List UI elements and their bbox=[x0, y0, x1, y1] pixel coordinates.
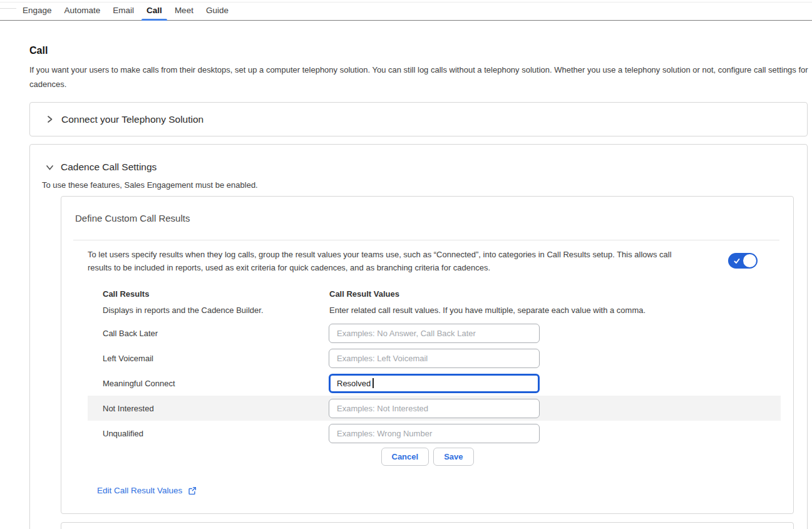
card-title: Define Custom Call Results bbox=[75, 213, 190, 223]
toggle-knob bbox=[743, 254, 756, 267]
external-link-icon bbox=[188, 486, 197, 495]
section-connect-telephony[interactable]: Connect your Telephony Solution bbox=[29, 102, 808, 136]
call-results-table: Call Back Later Left Voicemail Meaningfu… bbox=[88, 321, 781, 446]
cadence-section-header[interactable]: Cadence Call Settings bbox=[46, 162, 157, 173]
call-results-toggle[interactable] bbox=[728, 253, 758, 269]
meaningful-connect-values-input[interactable] bbox=[329, 374, 540, 393]
cadence-section-subtitle: To use these features, Sales Engagement … bbox=[42, 180, 258, 190]
save-button[interactable]: Save bbox=[433, 448, 473, 466]
cancel-button[interactable]: Cancel bbox=[381, 448, 429, 466]
table-row-left-voicemail: Left Voicemail bbox=[88, 346, 781, 371]
chevron-down-icon bbox=[46, 163, 54, 172]
table-row-unqualified: Unqualified bbox=[88, 421, 781, 446]
table-row-not-interested: Not Interested bbox=[88, 396, 781, 421]
row-label: Not Interested bbox=[103, 404, 329, 413]
row-label: Left Voicemail bbox=[103, 354, 329, 363]
column-header-call-result-values: Call Result Values bbox=[329, 289, 399, 299]
define-custom-call-results-card: Define Custom Call Results To let users … bbox=[61, 196, 794, 514]
column-caption-call-results: Displays in reports and the Cadence Buil… bbox=[103, 306, 264, 315]
check-icon bbox=[733, 257, 741, 265]
unqualified-values-input[interactable] bbox=[329, 424, 540, 443]
text-cursor bbox=[373, 378, 374, 388]
tab-automate[interactable]: Automate bbox=[58, 0, 107, 20]
section-title: Cadence Call Settings bbox=[61, 162, 157, 173]
left-voicemail-values-input[interactable] bbox=[329, 349, 540, 368]
form-actions: Cancel Save bbox=[381, 448, 473, 466]
tab-bar: Engage Automate Email Call Meet Guide bbox=[0, 0, 812, 21]
tab-call[interactable]: Call bbox=[140, 0, 168, 20]
section-title: Connect your Telephony Solution bbox=[61, 114, 203, 125]
section-cadence-call-settings: Cadence Call Settings To use these featu… bbox=[29, 144, 808, 529]
tab-email[interactable]: Email bbox=[106, 0, 140, 20]
table-row-call-back-later: Call Back Later bbox=[88, 321, 781, 346]
card-description: To let users specify results when they l… bbox=[88, 248, 679, 274]
row-label: Meaningful Connect bbox=[103, 379, 329, 388]
edit-call-result-values-link[interactable]: Edit Call Result Values bbox=[97, 486, 197, 495]
table-row-meaningful-connect: Meaningful Connect bbox=[88, 371, 781, 396]
row-label: Unqualified bbox=[103, 429, 329, 438]
not-interested-values-input[interactable] bbox=[329, 399, 540, 418]
page-title: Call bbox=[29, 45, 48, 56]
chevron-right-icon bbox=[46, 115, 54, 123]
row-label: Call Back Later bbox=[103, 329, 329, 338]
tab-engage[interactable]: Engage bbox=[16, 0, 58, 20]
call-back-later-values-input[interactable] bbox=[329, 324, 540, 343]
tab-guide[interactable]: Guide bbox=[200, 0, 235, 20]
page-description: If you want your users to make calls fro… bbox=[29, 63, 809, 91]
card-divider bbox=[73, 240, 779, 240]
column-caption-call-result-values: Enter related call result values. If you… bbox=[329, 306, 645, 315]
tab-meet[interactable]: Meet bbox=[168, 0, 200, 20]
next-settings-card-partial bbox=[61, 522, 794, 529]
edit-link-label: Edit Call Result Values bbox=[97, 486, 182, 495]
column-header-call-results: Call Results bbox=[103, 289, 149, 299]
